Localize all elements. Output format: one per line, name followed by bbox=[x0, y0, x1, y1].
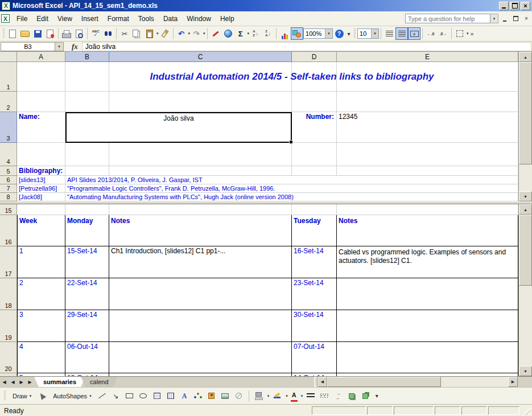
tuesday-notes-cell[interactable] bbox=[337, 278, 518, 310]
dash-style-button[interactable] bbox=[319, 390, 330, 402]
oval-tool-button[interactable] bbox=[138, 390, 149, 402]
cell[interactable] bbox=[109, 62, 292, 92]
sort-descending-button[interactable]: ZA↓ bbox=[262, 27, 274, 40]
bib-text-cell[interactable]: "Automating Manufacturing Systems with P… bbox=[65, 193, 518, 201]
monday-date-cell[interactable]: 22-Set-14 bbox=[65, 278, 109, 310]
hyperlink-button[interactable] bbox=[222, 27, 234, 40]
toolbar-options-chevron[interactable]: » bbox=[469, 31, 476, 37]
cell[interactable] bbox=[17, 143, 65, 166]
bib-ref-cell[interactable]: [Jack08] bbox=[17, 193, 65, 201]
drawing-button[interactable] bbox=[291, 27, 303, 40]
shadow-style-button[interactable] bbox=[346, 390, 357, 402]
help-dropdown-icon[interactable]: ▾ bbox=[490, 14, 498, 23]
monday-notes-cell[interactable] bbox=[109, 278, 292, 310]
help-question-input[interactable] bbox=[405, 14, 490, 23]
scroll-up-button[interactable]: ▲ bbox=[519, 52, 532, 62]
scroll-down-button[interactable]: ▼ bbox=[519, 191, 532, 201]
cell[interactable] bbox=[337, 62, 518, 92]
column-header-d[interactable]: D bbox=[292, 52, 337, 62]
select-objects-button[interactable] bbox=[36, 390, 48, 402]
formula-input[interactable]: João silva bbox=[82, 42, 531, 51]
cell[interactable] bbox=[65, 143, 109, 166]
toolbar-grip[interactable] bbox=[354, 28, 356, 39]
chart-wizard-button[interactable] bbox=[278, 27, 291, 40]
monday-date-cell[interactable]: 13-Out-14 bbox=[65, 373, 109, 376]
increase-decimal-button[interactable]: ←.0 bbox=[424, 27, 437, 40]
format-object-button[interactable] bbox=[233, 390, 245, 402]
column-header-b[interactable]: B bbox=[65, 52, 109, 62]
redo-dropdown-icon[interactable]: ▾ bbox=[203, 31, 205, 36]
paste-button[interactable] bbox=[143, 27, 156, 40]
row-header-21[interactable] bbox=[0, 373, 17, 376]
row-header-1[interactable]: 1 bbox=[0, 62, 17, 92]
close-button[interactable]: × bbox=[521, 2, 530, 10]
resize-grip[interactable] bbox=[523, 407, 530, 415]
autoshapes-menu-button[interactable]: AutoShapes▾ bbox=[50, 392, 94, 401]
row-header-3[interactable]: 3 bbox=[0, 112, 17, 143]
first-sheet-button[interactable]: ◀ bbox=[0, 377, 9, 387]
borders-button[interactable] bbox=[453, 27, 466, 40]
scrollbar-thumb[interactable] bbox=[519, 62, 532, 164]
workbook-minimize-button[interactable] bbox=[500, 14, 509, 23]
cell[interactable] bbox=[17, 92, 65, 112]
print-button[interactable] bbox=[60, 27, 73, 40]
toolbar-options-chevron[interactable]: ▾ bbox=[345, 31, 352, 37]
minimize-button[interactable] bbox=[499, 2, 509, 10]
arrow-style-button[interactable]: →← bbox=[332, 390, 344, 402]
menu-help[interactable]: Help bbox=[216, 13, 239, 24]
undo-button[interactable]: ↶ bbox=[175, 27, 188, 40]
vertical-text-box-button[interactable] bbox=[165, 390, 176, 402]
menu-format[interactable]: Format bbox=[103, 13, 134, 24]
menu-data[interactable]: Data bbox=[159, 13, 182, 24]
sort-ascending-button[interactable]: AZ↓ bbox=[249, 27, 262, 40]
cell[interactable] bbox=[109, 166, 292, 176]
cell[interactable] bbox=[292, 166, 337, 176]
cell[interactable] bbox=[17, 204, 65, 215]
scrollbar-thumb[interactable] bbox=[327, 377, 441, 387]
number-value-cell[interactable]: 12345 bbox=[337, 112, 518, 143]
row-header-20[interactable]: 20 bbox=[0, 342, 17, 373]
scroll-right-button[interactable]: ▶ bbox=[508, 377, 518, 387]
insert-function-icon[interactable]: fx bbox=[72, 42, 78, 51]
cell[interactable] bbox=[292, 92, 337, 112]
line-style-button[interactable] bbox=[305, 390, 316, 402]
tuesday-date-cell[interactable]: 30-Set-14 bbox=[292, 310, 337, 342]
tuesday-notes-cell[interactable]: Cabled vs programmed logic. Examples of … bbox=[337, 246, 518, 278]
research-button[interactable] bbox=[102, 27, 114, 40]
merge-and-center-button[interactable]: a bbox=[408, 27, 420, 40]
cell[interactable] bbox=[109, 204, 292, 215]
font-color-dropdown-icon[interactable]: ▾ bbox=[301, 394, 303, 398]
format-painter-button[interactable] bbox=[159, 27, 171, 40]
align-center-button[interactable] bbox=[395, 27, 408, 40]
fill-color-dropdown-icon[interactable]: ▾ bbox=[267, 394, 270, 398]
new-button[interactable] bbox=[6, 27, 19, 40]
schedule-header-notes-1[interactable]: Notes bbox=[109, 215, 292, 246]
week-cell[interactable]: 3 bbox=[17, 310, 65, 342]
scroll-up-button[interactable]: ▲ bbox=[519, 204, 532, 215]
tuesday-date-cell[interactable]: 16-Set-14 bbox=[292, 246, 337, 278]
workbook-restore-button[interactable] bbox=[511, 14, 520, 23]
font-color-button[interactable]: A bbox=[290, 390, 298, 402]
bib-text-cell[interactable]: API Slides 2013/2014, P. Oliveira, J. Ga… bbox=[65, 176, 518, 184]
cell[interactable] bbox=[337, 166, 518, 176]
open-button[interactable] bbox=[19, 27, 31, 40]
row-header-16[interactable]: 16 bbox=[0, 215, 17, 246]
monday-notes-cell[interactable]: Ch1 Introduction, [slides12] C1 pp1-... bbox=[109, 246, 292, 278]
scrollbar-track[interactable] bbox=[519, 286, 532, 366]
row-header-2[interactable]: 2 bbox=[0, 92, 17, 112]
row-header-6[interactable]: 6 bbox=[0, 176, 17, 184]
arrow-tool-button[interactable]: ↘ bbox=[110, 390, 122, 402]
cell[interactable] bbox=[65, 204, 109, 215]
menu-tools[interactable]: Tools bbox=[134, 13, 159, 24]
tuesday-date-cell[interactable]: 23-Set-14 bbox=[292, 278, 337, 310]
toolbar-options-chevron[interactable]: ▾ bbox=[373, 393, 380, 399]
row-header-19[interactable]: 19 bbox=[0, 310, 17, 342]
row-header-5[interactable]: 5 bbox=[0, 166, 17, 176]
bib-ref-cell[interactable]: [Petruzella96] bbox=[17, 184, 65, 193]
maximize-button[interactable] bbox=[510, 2, 519, 10]
tuesday-notes-cell[interactable] bbox=[337, 373, 518, 376]
insert-wordart-button[interactable]: A bbox=[178, 389, 191, 402]
column-header-a[interactable]: A bbox=[17, 52, 65, 62]
menu-view[interactable]: View bbox=[53, 13, 77, 24]
bib-ref-cell[interactable]: [slides13] bbox=[17, 176, 65, 184]
